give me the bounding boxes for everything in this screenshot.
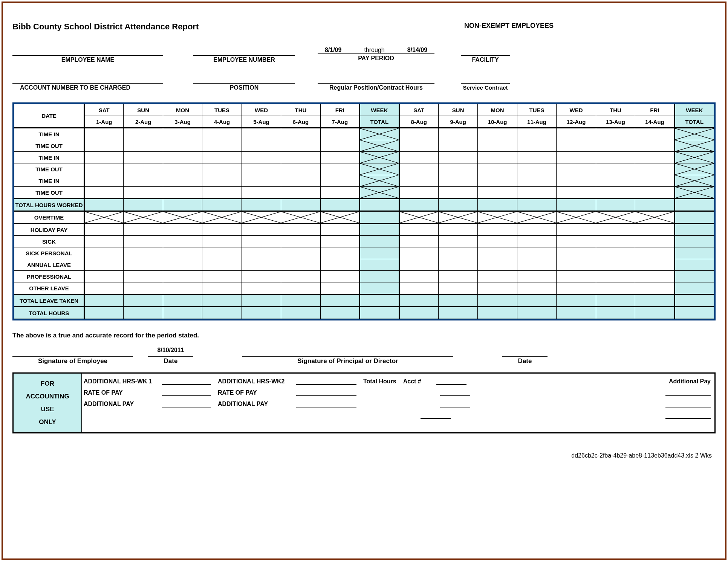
grid-cell[interactable] (478, 224, 517, 236)
grid-cell[interactable] (596, 152, 635, 163)
additional-pay-line-3[interactable] (665, 410, 711, 419)
grid-cell[interactable] (674, 199, 714, 211)
grid-cell[interactable] (242, 236, 281, 247)
rate-of-pay-2-line[interactable] (296, 388, 356, 396)
grid-cell[interactable] (399, 282, 438, 294)
grid-cell[interactable] (438, 224, 477, 236)
grid-cell[interactable] (517, 247, 556, 259)
grid-cell[interactable] (478, 128, 517, 140)
grid-cell[interactable] (124, 236, 163, 247)
grid-cell[interactable] (635, 199, 674, 211)
grid-cell[interactable] (399, 307, 438, 319)
reg-hours-line[interactable] (318, 75, 434, 84)
employee-name-line[interactable] (12, 47, 163, 56)
grid-cell[interactable] (674, 259, 714, 271)
grid-cell[interactable] (163, 163, 202, 175)
grid-cell[interactable] (557, 224, 596, 236)
grid-cell[interactable] (557, 140, 596, 152)
grid-cell[interactable] (202, 163, 242, 175)
grid-cell[interactable] (202, 152, 242, 163)
acct-num-line-3[interactable] (440, 399, 470, 407)
grid-cell[interactable] (557, 163, 596, 175)
grid-cell[interactable] (557, 294, 596, 307)
grid-cell[interactable] (438, 271, 477, 282)
grid-cell[interactable] (674, 140, 714, 152)
acct-num-line[interactable] (436, 377, 466, 385)
grid-cell[interactable] (517, 259, 556, 271)
add-hrs-wk2-line[interactable] (296, 377, 356, 385)
grid-cell[interactable] (320, 282, 359, 294)
grid-cell[interactable] (399, 187, 438, 199)
grid-cell[interactable] (635, 140, 674, 152)
grid-cell[interactable] (202, 282, 242, 294)
grid-cell[interactable] (517, 199, 556, 211)
grid-cell[interactable] (84, 140, 124, 152)
grid-cell[interactable] (674, 224, 714, 236)
grid-cell[interactable] (517, 187, 556, 199)
grid-cell[interactable] (635, 282, 674, 294)
grid-cell[interactable] (557, 247, 596, 259)
grid-cell[interactable] (674, 294, 714, 307)
grid-cell[interactable] (360, 224, 399, 236)
grid-cell[interactable] (399, 247, 438, 259)
grid-cell[interactable] (635, 294, 674, 307)
additional-pay-2-line[interactable] (296, 399, 356, 407)
additional-pay-line-1[interactable] (665, 388, 711, 396)
grid-cell[interactable] (438, 247, 477, 259)
grid-cell[interactable] (84, 152, 124, 163)
grid-cell[interactable] (360, 199, 399, 211)
grid-cell[interactable] (635, 259, 674, 271)
grid-cell[interactable] (399, 259, 438, 271)
grid-cell[interactable] (124, 140, 163, 152)
grid-cell[interactable] (360, 271, 399, 282)
grid-cell[interactable] (517, 152, 556, 163)
grid-cell[interactable] (281, 140, 320, 152)
facility-line[interactable] (461, 47, 510, 56)
grid-cell[interactable] (360, 211, 399, 224)
grid-cell[interactable] (635, 271, 674, 282)
grid-cell[interactable] (635, 175, 674, 187)
employee-signature-line[interactable] (12, 347, 133, 357)
grid-cell[interactable] (281, 294, 320, 307)
grid-cell[interactable] (596, 199, 635, 211)
grid-cell[interactable] (163, 140, 202, 152)
grid-cell[interactable] (84, 271, 124, 282)
grid-cell[interactable] (557, 152, 596, 163)
grid-cell[interactable] (478, 282, 517, 294)
grid-cell[interactable] (320, 259, 359, 271)
grid-cell[interactable] (242, 224, 281, 236)
grid-cell[interactable] (242, 128, 281, 140)
grid-cell[interactable] (674, 128, 714, 140)
grid-cell[interactable] (399, 224, 438, 236)
grid-cell[interactable] (596, 247, 635, 259)
grid-cell[interactable] (360, 247, 399, 259)
grid-cell[interactable] (399, 163, 438, 175)
grid-cell[interactable] (84, 236, 124, 247)
grid-cell[interactable] (163, 307, 202, 319)
grid-cell[interactable] (124, 128, 163, 140)
grid-cell[interactable] (242, 199, 281, 211)
grid-cell[interactable] (242, 140, 281, 152)
grid-cell[interactable] (202, 211, 242, 224)
grid-cell[interactable] (478, 307, 517, 319)
acct-num-line-4[interactable] (421, 410, 451, 419)
grid-cell[interactable] (557, 211, 596, 224)
grid-cell[interactable] (635, 247, 674, 259)
grid-cell[interactable] (124, 163, 163, 175)
grid-cell[interactable] (438, 259, 477, 271)
grid-cell[interactable] (478, 259, 517, 271)
grid-cell[interactable] (163, 199, 202, 211)
grid-cell[interactable] (84, 175, 124, 187)
grid-cell[interactable] (478, 163, 517, 175)
grid-cell[interactable] (674, 247, 714, 259)
grid-cell[interactable] (242, 187, 281, 199)
grid-cell[interactable] (399, 294, 438, 307)
grid-cell[interactable] (84, 128, 124, 140)
grid-cell[interactable] (635, 224, 674, 236)
grid-cell[interactable] (242, 259, 281, 271)
grid-cell[interactable] (124, 175, 163, 187)
grid-cell[interactable] (478, 175, 517, 187)
grid-cell[interactable] (163, 294, 202, 307)
grid-cell[interactable] (478, 236, 517, 247)
grid-cell[interactable] (596, 140, 635, 152)
